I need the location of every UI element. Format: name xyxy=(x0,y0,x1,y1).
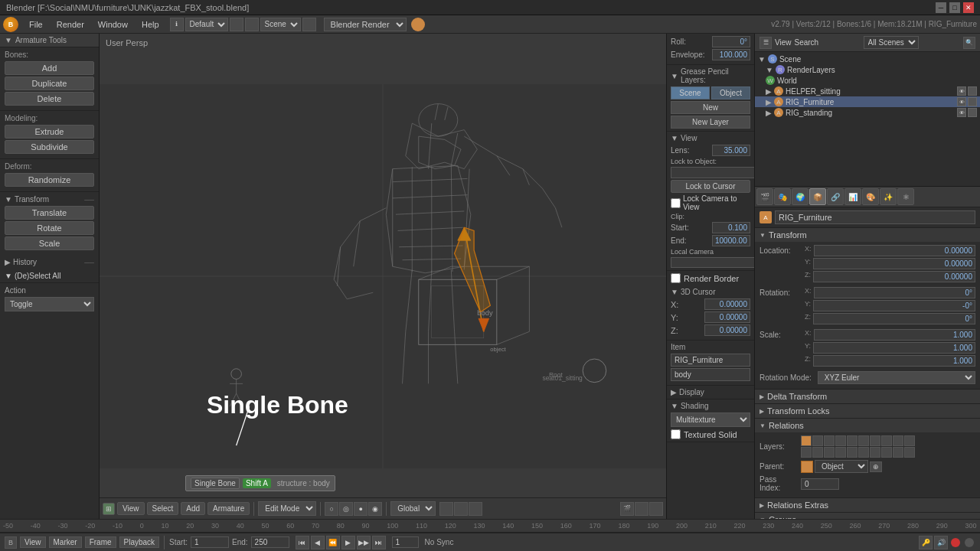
roll-input[interactable] xyxy=(712,36,750,47)
overlay-icon[interactable] xyxy=(635,502,648,516)
play-reverse-btn[interactable]: ⏪ xyxy=(326,536,340,549)
all-scenes-select[interactable]: All Scenes xyxy=(864,36,919,49)
rot-x-input[interactable] xyxy=(814,287,975,298)
parent-pick-btn[interactable]: ⊕ xyxy=(870,461,882,472)
layer-btn-3[interactable] xyxy=(824,435,835,446)
info-icon[interactable]: ℹ xyxy=(170,18,184,31)
layer-btn-18[interactable] xyxy=(881,447,892,458)
outliner-item-rig-standing[interactable]: ▶ A RIG_standing 👁 xyxy=(755,107,980,118)
relations-extras-header[interactable]: ▶ Relations Extras xyxy=(755,498,980,512)
delta-transform-header[interactable]: ▶ Delta Transform xyxy=(755,390,980,403)
rot-z-input[interactable] xyxy=(813,313,975,324)
layer-btn-2[interactable] xyxy=(812,435,823,446)
gp-scene-btn[interactable]: Scene xyxy=(671,86,710,99)
standing-render-icon[interactable] xyxy=(968,108,977,117)
viewport-settings-icon[interactable] xyxy=(649,502,663,516)
start-frame-input[interactable] xyxy=(191,536,229,548)
particles-props-btn[interactable]: ✨ xyxy=(880,188,897,205)
outliner-item-renderlayers[interactable]: ▼ R RenderLayers xyxy=(755,64,980,75)
next-frame-btn[interactable]: ▶▶ xyxy=(357,536,371,549)
render-props-btn[interactable]: 🎬 xyxy=(756,188,773,205)
scene-select[interactable]: Scene xyxy=(260,18,301,31)
prev-frame-btn[interactable]: ◀ xyxy=(311,536,325,549)
local-camera-input[interactable] xyxy=(671,257,754,268)
subdivide-button[interactable]: Subdivide xyxy=(5,140,94,154)
lock-to-object-input[interactable] xyxy=(671,167,754,178)
viewport[interactable]: User Persp xyxy=(100,34,666,519)
menu-render[interactable]: Render xyxy=(51,18,90,31)
close-button[interactable]: ✕ xyxy=(963,2,974,13)
cursor-y-input[interactable] xyxy=(704,311,750,323)
layer-btn-14[interactable] xyxy=(835,447,846,458)
menu-file[interactable]: File xyxy=(23,18,49,31)
wire-shading-icon[interactable]: ◎ xyxy=(339,502,353,516)
parent-type-select[interactable]: Object xyxy=(815,460,868,473)
rotation-mode-select[interactable]: XYZ Euler xyxy=(818,371,975,384)
minimize-button[interactable]: ─ xyxy=(936,2,946,13)
data-props-btn[interactable]: 📊 xyxy=(844,188,861,205)
outliner-search-icon[interactable]: 🔍 xyxy=(963,37,975,49)
render-engine-select[interactable]: Blender Render xyxy=(324,18,407,31)
rig-render-icon[interactable] xyxy=(968,97,977,106)
randomize-button[interactable]: Randomize xyxy=(5,173,94,187)
proportional-icon[interactable] xyxy=(454,502,468,516)
vp-view-btn[interactable]: View xyxy=(117,502,145,515)
scene-props-btn[interactable]: 🎭 xyxy=(774,188,791,205)
layer-btn-8[interactable] xyxy=(881,435,892,446)
cursor-z-input[interactable] xyxy=(704,324,750,336)
layout-select[interactable]: Default xyxy=(185,18,228,31)
cursor-x-input[interactable] xyxy=(704,298,750,310)
render-icon[interactable] xyxy=(411,18,425,31)
outliner-item-rig-furniture[interactable]: ▶ A RIG_Furniture 👁 xyxy=(755,96,980,107)
relations-header[interactable]: ▼ Relations xyxy=(755,419,980,432)
outliner-view-tab[interactable]: View xyxy=(775,38,792,47)
outliner-search-tab[interactable]: Search xyxy=(795,38,819,47)
jump-start-btn[interactable]: ⏮ xyxy=(296,536,309,549)
envelope-input[interactable] xyxy=(712,49,750,60)
layer-btn-1[interactable] xyxy=(801,435,812,446)
scale-z-input[interactable] xyxy=(813,355,975,367)
helper-render-icon[interactable] xyxy=(968,86,977,96)
vp-add-btn[interactable]: Add xyxy=(181,502,205,515)
onion-icon[interactable]: 🎬 xyxy=(620,502,634,516)
vp-select-btn[interactable]: Select xyxy=(147,502,179,515)
record-btn[interactable] xyxy=(951,538,960,547)
status-playback-btn[interactable]: Playback xyxy=(119,536,160,548)
transform-locks-header[interactable]: ▶ Transform Locks xyxy=(755,404,980,418)
lock-to-cursor-btn[interactable]: Lock to Cursor xyxy=(671,180,750,193)
rotate-button[interactable]: Rotate xyxy=(5,221,94,235)
layer-btn-6[interactable] xyxy=(858,435,869,446)
history-header[interactable]: ▶ History ── xyxy=(5,258,94,266)
outliner-item-world[interactable]: W World xyxy=(755,75,980,86)
parent-object-icon[interactable] xyxy=(801,461,813,473)
textured-solid-checkbox[interactable] xyxy=(671,429,681,439)
lens-input[interactable] xyxy=(712,145,750,156)
rot-y-input[interactable] xyxy=(813,300,975,311)
translate-button[interactable]: Translate xyxy=(5,206,94,220)
status-view-btn[interactable]: View xyxy=(20,536,46,548)
outliner-view-icon[interactable]: ☰ xyxy=(760,37,772,49)
material-props-btn[interactable]: 🎨 xyxy=(862,188,879,205)
pass-index-input[interactable] xyxy=(801,478,839,490)
object-props-btn[interactable]: 📦 xyxy=(809,188,826,205)
texture-shading-icon[interactable]: ● xyxy=(354,502,368,516)
outliner-item-helper[interactable]: ▶ A HELPER_sitting 👁 xyxy=(755,86,980,96)
audio-icon[interactable]: 🔊 xyxy=(934,536,948,549)
layer-btn-19[interactable] xyxy=(893,447,903,458)
layer-btn-11[interactable] xyxy=(801,447,812,458)
layer-btn-10[interactable] xyxy=(904,435,915,446)
scale-y-input[interactable] xyxy=(813,342,975,354)
layer-btn-20[interactable] xyxy=(904,447,915,458)
status-marker-btn[interactable]: Marker xyxy=(49,536,82,548)
loc-z-input[interactable] xyxy=(813,271,975,282)
snap-icon[interactable] xyxy=(439,502,453,516)
layout-icon[interactable] xyxy=(230,18,243,31)
gp-object-btn[interactable]: Object xyxy=(711,86,750,99)
scale-button[interactable]: Scale xyxy=(5,236,94,250)
loc-x-input[interactable] xyxy=(814,245,975,256)
item-name2-input[interactable] xyxy=(671,368,750,381)
lock-camera-checkbox[interactable] xyxy=(671,198,681,208)
layer-btn-9[interactable] xyxy=(893,435,903,446)
layer-btn-7[interactable] xyxy=(870,435,880,446)
layer-btn-15[interactable] xyxy=(847,447,858,458)
